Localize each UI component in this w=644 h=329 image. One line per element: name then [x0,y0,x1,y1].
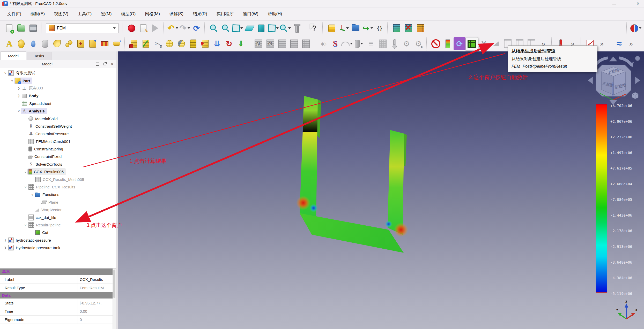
solver-run[interactable] [412,37,424,50]
tree-item-resultpipeline[interactable]: vResultPipeline [0,221,116,229]
draw-style[interactable] [267,22,279,35]
solver-mesh[interactable] [377,37,389,50]
tree-item-constraintfixed[interactable]: ConstraintFixed [0,153,116,160]
tree-item-body[interactable]: Spreadsheet [21,100,54,107]
dropdown-caret-icon[interactable] [276,27,279,29]
fem-fluid-section[interactable] [27,37,39,50]
new-document[interactable] [3,22,15,35]
tab-tasks[interactable]: Tasks [27,52,51,60]
nav-arrow-down-icon[interactable] [609,100,617,105]
menu-item[interactable]: 结果(R) [188,7,212,20]
tree-item-femmeshgmsh001[interactable]: FEMMeshGmsh001 [0,138,116,145]
menu-item[interactable]: 实用程序 [212,7,238,20]
property-value[interactable]: CCX_Results [78,276,116,284]
tree-chevron-icon[interactable]: v [23,223,28,227]
menu-item[interactable]: 模型(O) [116,7,140,20]
mesh-netgen[interactable] [252,37,264,50]
refresh[interactable] [190,22,202,35]
dropdown-caret-icon[interactable] [240,27,243,29]
view-section-plane[interactable] [243,22,255,35]
constraint-displacement[interactable] [140,37,152,50]
placement[interactable] [338,22,350,35]
tree-item-solverccxtools[interactable]: SolverCcxTools [0,160,116,168]
property-value[interactable]: Fem::ResultM [78,284,116,292]
tree-item-cut[interactable]: Cut [0,229,116,236]
tree-chevron-icon[interactable]: v [23,185,28,189]
solver-beams[interactable] [365,37,377,50]
tree-item-body[interactable]: ResultPipeline [28,222,63,228]
tree-item-body[interactable]: ConstraintPressure [28,131,71,137]
tree-chevron-icon[interactable]: v [17,109,21,113]
solver-thermomech[interactable] [389,37,401,50]
constraint-fixed-mesh[interactable] [128,37,140,50]
make-link[interactable] [361,22,373,35]
dropdown-caret-icon[interactable] [360,43,363,44]
tree-item-hydrostatic-pressure-tank[interactable]: ❯Hydrostatic-pressure-tank [0,244,116,251]
menu-item[interactable]: 宏(M) [96,7,116,20]
constraint-contact[interactable] [164,37,175,50]
material-editor[interactable] [326,22,338,35]
tree-item-body[interactable]: 原点003 [21,85,45,91]
combo-caret-icon[interactable] [113,27,116,29]
redo[interactable] [179,22,190,35]
tree-chevron-icon[interactable]: ❯ [17,94,21,97]
mesh-display-off[interactable] [403,22,414,35]
tree-item-body[interactable]: Cut [34,229,50,235]
view-isometric[interactable] [232,22,243,35]
nav-mini-cube-icon[interactable] [632,92,638,99]
tree-item-body[interactable]: Part [14,78,32,84]
macro-play[interactable] [149,22,161,35]
solver-elmer[interactable] [317,37,329,50]
results-purge[interactable] [430,37,442,50]
fem-spheres[interactable] [63,37,75,50]
property-value[interactable]: 0 [78,316,116,324]
panel-float-button[interactable] [102,61,108,67]
nav-circle-icon[interactable] [635,56,640,61]
constraint-rotation[interactable] [223,37,235,50]
tree-chevron-icon[interactable]: v [3,71,8,75]
tree-item-pipeline_ccx_results[interactable]: vPipeline_CCX_Results [0,183,116,191]
tree-item-body[interactable]: Hydrostatic-pressure-tank [8,244,63,251]
tree-item-body[interactable]: ConstraintSelfWeight [28,123,74,129]
post-filter-warp[interactable] [490,37,502,50]
tree-item-body[interactable]: hydrostatic-pressure [8,237,53,243]
tree-item-原点003[interactable]: ❯原点003 [0,85,116,92]
nav-arrow-up-icon[interactable] [609,57,617,61]
tree-item-functions[interactable]: vFunctions [0,191,116,198]
property-scrollbar[interactable] [113,269,116,329]
tree-item-body[interactable]: WarpVector [34,207,64,212]
property-value[interactable]: 0.00 [78,307,116,315]
mesh-right-column[interactable] [388,130,404,235]
tree-item-materialsolid[interactable]: MaterialSolid [0,115,116,122]
menu-item[interactable]: 视图(V) [49,7,73,20]
tree-item-body[interactable]: Analysis [21,108,47,114]
tree-item-body[interactable]: 有限元测试 [8,70,38,76]
post-pipeline-from-result[interactable] [465,37,478,51]
3d-viewport[interactable]: +3.702e+06+2.967e+06+2.232e+06+1.497e+06… [118,51,644,329]
tree-chevron-icon[interactable]: ❯ [3,239,8,242]
dropdown-caret-icon[interactable] [288,27,291,29]
dropdown-caret-icon[interactable] [188,27,190,29]
macro-record[interactable] [125,22,137,35]
workbench-selector[interactable]: FEM [46,23,119,33]
fem-shell-section[interactable] [51,37,63,50]
dropdown-caret-icon[interactable] [346,27,349,29]
tree-item-body[interactable]: FEMMeshGmsh001 [28,138,73,145]
mesh-group[interactable] [288,37,300,50]
tree-item-body[interactable]: ❯Body [0,92,116,100]
undo[interactable] [167,22,179,35]
post-filter-clip[interactable] [478,37,490,50]
tree-chevron-icon[interactable]: v [23,170,28,174]
tree-item-body[interactable]: ccx_dat_file [28,214,58,221]
dropdown-caret-icon[interactable] [639,27,641,29]
tree-item-warpvector[interactable]: WarpVector [0,206,116,213]
fem-beam-section[interactable] [110,37,122,50]
fem-box-hole[interactable] [75,37,87,50]
tree-item-body[interactable]: MaterialSolid [28,116,60,121]
tree-item-有限元测试[interactable]: v有限元测试 [0,69,116,77]
tree-item-body[interactable]: ConstraintFixed [28,154,64,159]
dropdown-caret-icon[interactable] [350,43,353,44]
tree-item-spreadsheet[interactable]: Spreadsheet [0,100,116,107]
tree-item-plane[interactable]: Plane [0,198,116,206]
expression-editor[interactable] [373,22,385,35]
